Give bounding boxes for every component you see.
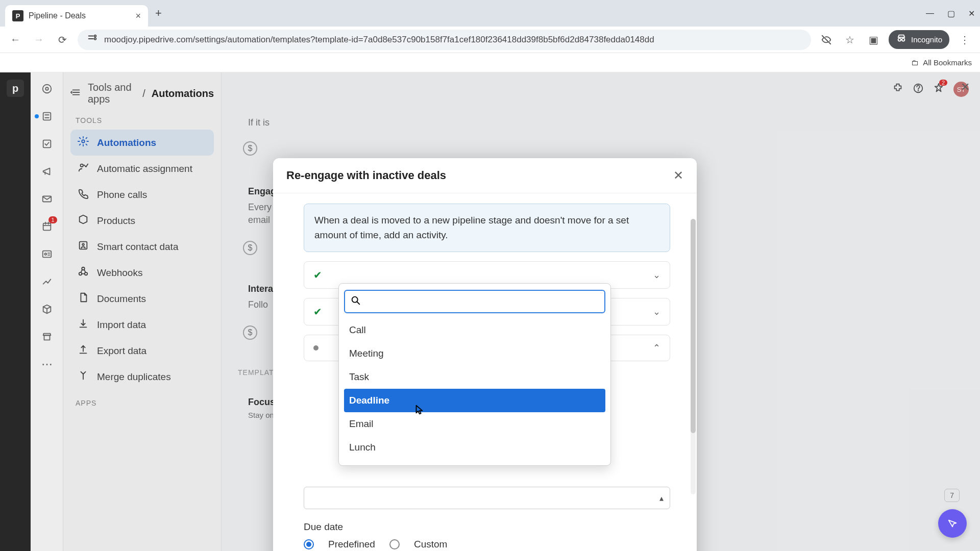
dropdown-option-task[interactable]: Task (344, 365, 605, 389)
dropdown-search[interactable] (344, 290, 605, 313)
activity-type-select[interactable]: ▴ (304, 487, 670, 509)
radio-custom-label: Custom (414, 539, 447, 550)
svg-point-2 (94, 35, 96, 37)
bullet-icon (313, 345, 318, 350)
browser-tab[interactable]: P Pipeline - Deals × (5, 5, 148, 27)
modal-title: Re-engage with inactive deals (286, 169, 446, 182)
due-date-label: Due date (304, 521, 670, 533)
incognito-label: Incognito (911, 35, 942, 44)
radio-custom[interactable] (389, 539, 400, 549)
activity-type-dropdown: Call Meeting Task Deadline Email Lunch (338, 283, 611, 466)
dropdown-option-email[interactable]: Email (344, 412, 605, 436)
automation-description: When a deal is moved to a new pipeline s… (304, 204, 670, 252)
chevron-down-icon: ⌄ (653, 269, 660, 281)
scrollbar-thumb[interactable] (691, 219, 696, 433)
svg-point-41 (352, 297, 358, 303)
automation-modal: Re-engage with inactive deals ✕ When a d… (273, 158, 697, 551)
side-panel-icon[interactable]: ▣ (865, 32, 881, 48)
bookmarks-bar: 🗀 All Bookmarks (0, 53, 980, 72)
app-root: p 1 ⋯ Tools and apps / Automations TOOLS… (0, 72, 980, 551)
dropdown-option-lunch[interactable]: Lunch (344, 436, 605, 459)
new-tab-button[interactable]: + (152, 7, 165, 20)
radio-predefined-label: Predefined (328, 539, 375, 550)
incognito-icon (896, 33, 907, 46)
search-icon (350, 295, 361, 308)
window-controls: — ▢ ✕ (926, 9, 975, 18)
minimize-icon[interactable]: — (926, 9, 934, 18)
search-input[interactable] (365, 296, 599, 307)
close-tab-icon[interactable]: × (135, 11, 141, 21)
all-bookmarks-button[interactable]: All Bookmarks (923, 58, 972, 67)
svg-point-3 (94, 38, 96, 40)
chevron-up-icon: ⌃ (653, 342, 660, 354)
folder-icon: 🗀 (911, 58, 919, 67)
site-settings-icon[interactable] (87, 33, 98, 46)
close-window-icon[interactable]: ✕ (968, 9, 975, 18)
browser-menu-icon[interactable]: ⋮ (957, 32, 973, 48)
dropdown-option-deadline[interactable]: Deadline (344, 389, 605, 412)
help-fab[interactable] (938, 509, 967, 538)
scrollbar[interactable] (691, 219, 696, 494)
modal-body: When a deal is moved to a new pipeline s… (273, 193, 697, 551)
due-date-radios: Predefined Custom (304, 539, 670, 550)
incognito-badge[interactable]: Incognito (889, 30, 949, 49)
reload-icon[interactable]: ⟳ (54, 32, 70, 48)
url-text: moodjoy.pipedrive.com/settings/automatio… (104, 35, 654, 45)
star-icon[interactable]: ☆ (842, 32, 858, 48)
caret-up-icon: ▴ (659, 493, 664, 503)
tab-favicon: P (12, 10, 23, 21)
dropdown-option-call[interactable]: Call (344, 318, 605, 342)
browser-tab-strip: P Pipeline - Deals × + — ▢ ✕ (0, 0, 980, 27)
close-icon[interactable]: ✕ (673, 168, 683, 183)
check-icon: ✔ (313, 306, 322, 318)
check-icon: ✔ (313, 269, 322, 281)
chevron-down-icon: ⌄ (653, 306, 660, 317)
dropdown-option-meeting[interactable]: Meeting (344, 342, 605, 365)
eye-off-icon[interactable] (818, 32, 835, 48)
tab-title: Pipeline - Deals (29, 11, 86, 20)
radio-predefined[interactable] (304, 539, 314, 549)
back-icon[interactable]: ← (7, 32, 23, 48)
svg-line-42 (357, 302, 360, 305)
url-field[interactable]: moodjoy.pipedrive.com/settings/automatio… (78, 30, 811, 50)
forward-icon: → (31, 32, 47, 48)
maximize-icon[interactable]: ▢ (947, 9, 955, 18)
address-bar: ← → ⟳ moodjoy.pipedrive.com/settings/aut… (0, 27, 980, 53)
modal-header: Re-engage with inactive deals ✕ (273, 158, 697, 193)
